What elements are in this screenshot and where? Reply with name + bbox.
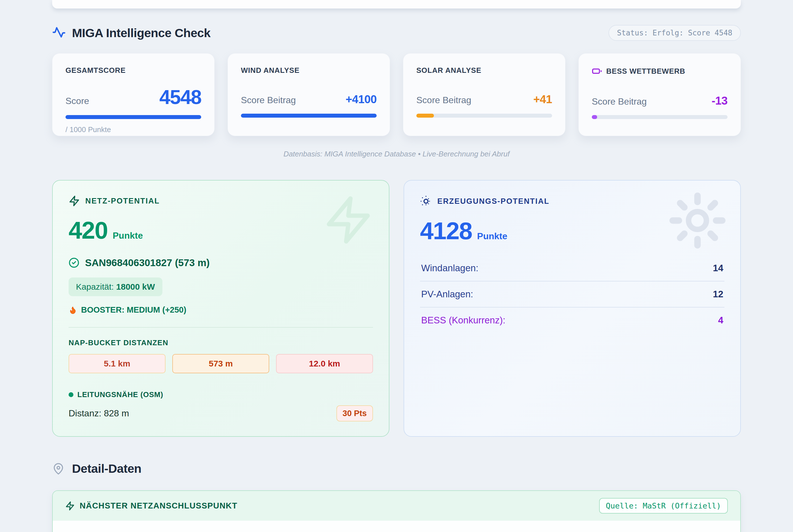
divider [69, 327, 373, 328]
status-badge: Status: Erfolg: Score 4548 [608, 25, 741, 41]
datasource-note: Datenbasis: MIGA Intelligence Database •… [52, 150, 741, 158]
progress-bar [592, 115, 728, 119]
score-label: Score Beitrag [416, 95, 471, 106]
netz-potential-panel: NETZ-POTENTIAL 420 Punkte SAN96840630182… [52, 180, 389, 437]
page-title: MIGA Intelligence Check [72, 26, 211, 40]
score-footnote: / 1000 Punkte [65, 125, 201, 134]
points-badge: 30 Pts [336, 405, 373, 421]
station-id: SAN968406301827 (573 m) [85, 257, 210, 268]
header: MIGA Intelligence Check Status: Erfolg: … [52, 0, 741, 41]
row-label: Windanlagen: [421, 263, 478, 273]
potential-panels: NETZ-POTENTIAL 420 Punkte SAN96840630182… [52, 180, 741, 437]
check-circle-icon [69, 258, 79, 268]
nap-bucket-chips: 5.1 km 573 m 12.0 km [69, 354, 373, 373]
card-bess-wettbewerb: BESS WETTBEWERB Score Beitrag -13 [578, 53, 741, 136]
card-title: SOLAR ANALYSE [416, 66, 481, 75]
row-value: 14 [713, 263, 723, 273]
row-label: BESS (Konkurrenz): [421, 315, 505, 326]
row-pv-anlagen: PV-Anlagen: 12 [420, 282, 724, 307]
score-cards-row: GESAMTSCORE Score 4548 / 1000 Punkte WIN… [52, 53, 741, 136]
bucket-chip: 5.1 km [69, 354, 166, 373]
zap-icon [65, 501, 75, 511]
capacity-chip: Kapazität: 18000 kW [69, 278, 162, 296]
score-label: Score [65, 96, 89, 106]
erzeugung-points-value: 4128 [420, 218, 472, 243]
activity-pulse-icon [52, 26, 66, 40]
capacity-label: Kapazität: [76, 282, 114, 291]
bess-score-value: -13 [712, 94, 728, 107]
nap-card-title: NÄCHSTER NETZANSCHLUSSPUNKT [80, 501, 237, 511]
solar-score-value: +41 [534, 93, 552, 106]
detail-section-title: Detail-Daten [72, 462, 141, 476]
progress-bar [416, 114, 552, 118]
page: MIGA Intelligence Check Status: Erfolg: … [0, 0, 793, 532]
green-dot-icon [69, 392, 73, 397]
card-wind-analyse: WIND ANALYSE Score Beitrag +4100 [228, 53, 390, 136]
booster-label: BOOSTER: MEDIUM (+250) [81, 305, 186, 315]
card-solar-analyse: SOLAR ANALYSE Score Beitrag +41 [403, 53, 565, 136]
card-title: BESS WETTBEWERB [606, 67, 685, 76]
bucket-chip: 573 m [172, 354, 269, 373]
score-label: Score Beitrag [241, 95, 296, 106]
capacity-value: 18000 kW [116, 282, 155, 291]
nap-bucket-title: NAP-BUCKET DISTANZEN [69, 338, 373, 347]
distance-value: Distanz: 828 m [69, 408, 129, 419]
wind-score-value: +4100 [346, 93, 377, 106]
line-proximity-title: LEITUNGSNÄHE (OSM) [77, 390, 163, 399]
card-title: WIND ANALYSE [241, 66, 299, 75]
detail-section-header: Detail-Daten [52, 462, 741, 476]
card-title: GESAMTSCORE [65, 66, 125, 75]
map-pin-icon [52, 462, 65, 475]
netz-points-unit: Punkte [113, 230, 143, 241]
row-bess-konkurrenz: BESS (Konkurrenz): 4 [420, 307, 724, 333]
nap-detail-card: NÄCHSTER NETZANSCHLUSSPUNKT Quelle: MaSt… [52, 490, 741, 532]
row-windanlagen: Windanlagen: 14 [420, 255, 724, 282]
progress-bar [241, 114, 377, 118]
zap-icon [69, 195, 80, 207]
erzeugung-points-unit: Punkte [477, 231, 507, 242]
row-value: 4 [718, 315, 723, 326]
erzeugungs-potential-panel: ERZEUGUNGS-POTENTIAL 4128 Punkte Windanl… [404, 180, 741, 437]
score-label: Score Beitrag [592, 96, 647, 107]
nap-card-body: NAME SAN968406301827 TYP & SPANNUNG mast… [53, 521, 740, 532]
source-badge: Quelle: MaStR (Offiziell) [599, 498, 728, 514]
panel-title: NETZ-POTENTIAL [85, 197, 160, 206]
card-gesamtscore: GESAMTSCORE Score 4548 / 1000 Punkte [52, 53, 215, 136]
flame-icon [69, 306, 77, 314]
battery-icon [592, 66, 602, 76]
progress-bar [65, 115, 201, 119]
row-label: PV-Anlagen: [421, 289, 473, 300]
nap-card-header: NÄCHSTER NETZANSCHLUSSPUNKT Quelle: MaSt… [53, 491, 740, 521]
total-score-value: 4548 [159, 87, 201, 107]
panel-title: ERZEUGUNGS-POTENTIAL [437, 197, 549, 206]
bucket-chip: 12.0 km [276, 354, 373, 373]
netz-points-value: 420 [69, 218, 108, 242]
row-value: 12 [713, 289, 723, 300]
erzeugung-rows: Windanlagen: 14 PV-Anlagen: 12 BESS (Kon… [420, 255, 724, 333]
sun-icon [420, 195, 432, 207]
